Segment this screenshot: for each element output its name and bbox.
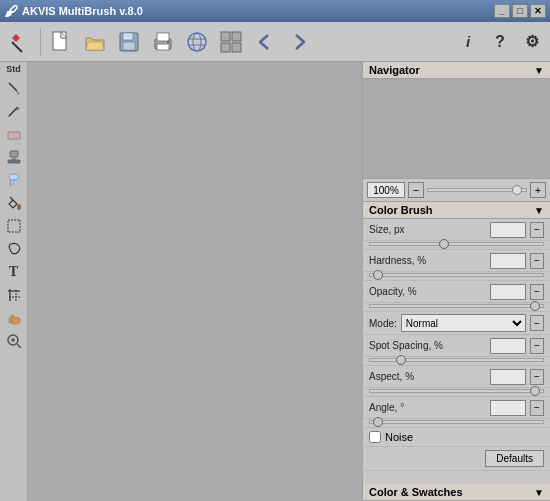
spot-spacing-slider-row [363,357,550,366]
mode-select[interactable]: Normal Multiply Screen Overlay [401,314,526,332]
smudge-tool[interactable] [3,169,25,191]
toolbox: Std [0,62,28,501]
brush-icon [6,80,22,96]
defaults-button[interactable]: Defaults [485,450,544,467]
open-button[interactable] [79,26,111,58]
hardness-input[interactable]: 0 [490,253,526,269]
svg-rect-14 [232,32,241,41]
help-button[interactable]: ? [486,28,514,56]
svg-point-10 [193,33,201,51]
brush-tool[interactable] [3,77,25,99]
svg-rect-33 [11,315,13,323]
svg-rect-24 [12,157,16,160]
aspect-input[interactable]: 100 [490,369,526,385]
save-button[interactable] [113,26,145,58]
svg-rect-28 [8,220,20,232]
forward-button[interactable] [283,26,315,58]
pencil-tool[interactable] [3,100,25,122]
toolbar-separator-1 [40,28,41,56]
layout-button[interactable] [215,26,247,58]
angle-label: Angle, ° [369,402,486,413]
color-swatches-title: Color & Swatches [369,486,463,498]
zoom-input[interactable]: 100% [367,182,405,198]
angle-row: Angle, ° 0 − [363,397,550,419]
back-icon [254,31,276,53]
hand-tool[interactable] [3,307,25,329]
spot-spacing-label: Spot Spacing, % [369,340,486,351]
svg-line-18 [9,107,18,116]
fill-tool[interactable] [3,192,25,214]
size-minus-button[interactable]: − [530,222,544,238]
title-bar: 🖌 AKVIS MultiBrush v.8.0 _ □ ✕ [0,0,550,22]
aspect-slider[interactable] [369,389,544,393]
size-input[interactable]: 50 [490,222,526,238]
svg-point-9 [188,33,206,51]
navigator-dropdown-icon[interactable]: ▼ [534,65,544,76]
navigator-header: Navigator ▼ [363,62,550,79]
hand-icon [6,310,22,326]
angle-input[interactable]: 0 [490,400,526,416]
svg-line-17 [9,83,17,91]
settings-button[interactable]: ⚙ [518,28,546,56]
mode-row: Mode: Normal Multiply Screen Overlay − [363,312,550,335]
new-button[interactable] [45,26,77,58]
zoom-tool[interactable] [3,330,25,352]
navigator-title: Navigator [369,64,420,76]
zoom-plus-button[interactable]: + [530,182,546,198]
back-button[interactable] [249,26,281,58]
svg-rect-16 [232,43,241,52]
select-tool[interactable] [3,215,25,237]
zoom-bar: 100% − + [363,179,550,202]
svg-line-36 [17,344,21,348]
canvas[interactable] [28,62,362,501]
angle-slider[interactable] [369,420,544,424]
info-button[interactable]: i [454,28,482,56]
color-swatches-dropdown-icon[interactable]: ▼ [534,487,544,498]
spot-spacing-row: Spot Spacing, % 20 − [363,335,550,357]
close-button[interactable]: ✕ [530,4,546,18]
stamp-tool[interactable] [3,146,25,168]
svg-point-27 [17,204,21,210]
spot-spacing-minus-button[interactable]: − [530,338,544,354]
opacity-minus-button[interactable]: − [530,284,544,300]
eraser-icon [6,126,22,142]
web-button[interactable] [181,26,213,58]
aspect-minus-button[interactable]: − [530,369,544,385]
aspect-label: Aspect, % [369,371,486,382]
opacity-input[interactable]: 100 [490,284,526,300]
color-brush-title: Color Brush [369,204,433,216]
smudge-icon [6,172,22,188]
noise-checkbox[interactable] [369,431,381,443]
pencil-icon [6,103,22,119]
open-icon [84,32,106,52]
svg-rect-25 [8,160,20,163]
hardness-slider[interactable] [369,273,544,277]
svg-rect-15 [221,43,230,52]
svg-rect-6 [157,33,169,41]
size-slider[interactable] [369,242,544,246]
stamp-icon [6,149,22,165]
crop-tool[interactable] [3,284,25,306]
noise-label: Noise [385,431,413,443]
app-logo [4,26,36,58]
spot-spacing-input[interactable]: 20 [490,338,526,354]
hardness-minus-button[interactable]: − [530,253,544,269]
angle-minus-button[interactable]: − [530,400,544,416]
zoom-slider[interactable] [427,188,527,192]
eraser-tool[interactable] [3,123,25,145]
text-tool[interactable]: T [3,261,25,283]
zoom-minus-button[interactable]: − [408,182,424,198]
new-icon [51,31,71,53]
print-button[interactable] [147,26,179,58]
lasso-tool[interactable] [3,238,25,260]
color-brush-dropdown-icon[interactable]: ▼ [534,205,544,216]
opacity-slider[interactable] [369,304,544,308]
spot-spacing-slider[interactable] [369,358,544,362]
hardness-slider-row [363,272,550,281]
color-swatches-header: Color & Swatches ▼ [363,484,550,501]
minimize-button[interactable]: _ [494,4,510,18]
print-icon [152,32,174,52]
mode-minus-button[interactable]: − [530,315,544,331]
canvas-area[interactable] [28,62,362,501]
maximize-button[interactable]: □ [512,4,528,18]
